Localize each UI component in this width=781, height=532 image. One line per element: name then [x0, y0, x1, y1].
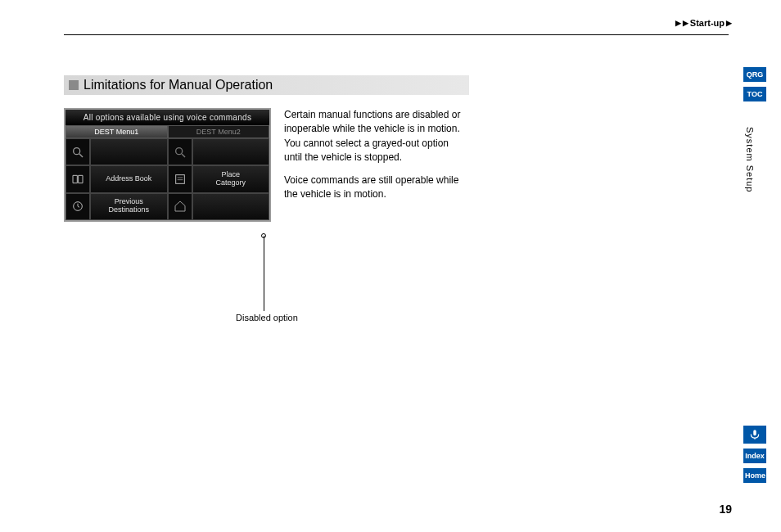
- side-tabs-bottom: Index Home: [743, 426, 766, 483]
- paragraph-2: Voice commands are still operable while …: [284, 174, 467, 202]
- mock-cell-empty: [90, 138, 168, 165]
- breadcrumb-label: Start-up: [690, 18, 725, 28]
- mock-cell-empty: [192, 193, 270, 220]
- search-icon: [168, 138, 192, 165]
- breadcrumb: ▶ ▶ Start-up ▶: [675, 18, 732, 28]
- section-heading: Limitations for Manual Operation: [84, 78, 273, 92]
- page-number: 19: [719, 503, 732, 516]
- side-tabs-top: QRG TOC: [743, 67, 766, 101]
- mock-cell-place-category: Place Category: [192, 165, 270, 192]
- triangle-right-icon: ▶: [683, 19, 688, 27]
- mock-grid: Address Book Place Category Previous Des…: [65, 138, 269, 220]
- square-bullet-icon: [69, 80, 79, 90]
- triangle-right-icon: ▶: [675, 19, 681, 27]
- voice-icon: [749, 429, 761, 440]
- mock-cell-address-book: Address Book: [90, 165, 168, 192]
- section-label: System Setup: [745, 127, 755, 192]
- triangle-right-icon: ▶: [726, 19, 732, 27]
- svg-line-3: [182, 154, 185, 157]
- mock-cell-previous-destinations: Previous Destinations: [90, 193, 168, 220]
- heading-bar: Limitations for Manual Operation: [64, 75, 469, 95]
- mock-tab-1: DEST Menu1: [65, 125, 168, 138]
- search-icon: [65, 138, 90, 165]
- paragraph-1: Certain manual functions are disabled or…: [284, 108, 467, 165]
- mock-tabs: DEST Menu1 DEST Menu2: [65, 125, 269, 138]
- svg-line-1: [79, 154, 83, 157]
- svg-point-2: [175, 147, 182, 154]
- mock-cell-empty: [192, 138, 270, 165]
- callout-label: Disabled option: [236, 313, 298, 322]
- body-text: Certain manual functions are disabled or…: [284, 108, 467, 201]
- tab-voice-icon[interactable]: [743, 426, 766, 444]
- main-content: Limitations for Manual Operation All opt…: [64, 75, 473, 222]
- nav-screenshot: All options available using voice comman…: [64, 108, 271, 222]
- mock-banner: All options available using voice comman…: [65, 110, 269, 125]
- callout-line: [264, 236, 264, 311]
- tab-qrg[interactable]: QRG: [743, 67, 766, 82]
- tab-index[interactable]: Index: [743, 449, 766, 463]
- clock-icon: [65, 193, 90, 220]
- header-rule: [64, 34, 729, 35]
- list-icon: [168, 165, 192, 192]
- home-icon: [168, 193, 192, 220]
- svg-point-0: [74, 147, 80, 154]
- mock-tab-2: DEST Menu2: [168, 125, 270, 138]
- tab-toc[interactable]: TOC: [743, 87, 766, 101]
- book-icon: [65, 165, 90, 192]
- svg-rect-4: [175, 175, 184, 184]
- tab-home[interactable]: Home: [743, 468, 766, 483]
